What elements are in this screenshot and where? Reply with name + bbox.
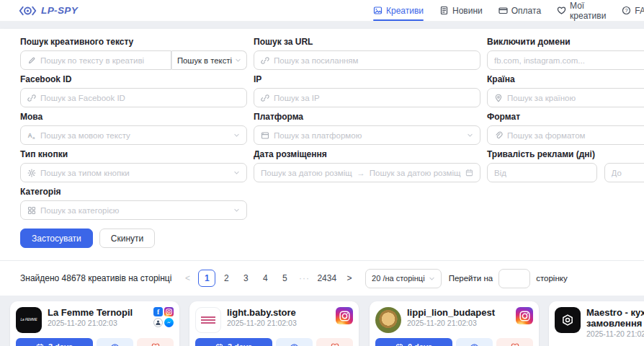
favorite-button[interactable] — [316, 338, 353, 346]
image-icon — [373, 6, 383, 15]
creative-card[interactable]: lippi_lion_budapest 2025-11-20 21:02:03 … — [370, 301, 539, 346]
ip-field[interactable] — [254, 88, 480, 107]
button-type-select[interactable]: Пошук за типом кнопки — [20, 163, 247, 182]
filter-label: Платформа — [254, 112, 480, 122]
view-button[interactable] — [97, 338, 133, 346]
avatar — [195, 307, 221, 333]
nav-tab-creatives[interactable]: Креативи — [373, 0, 424, 21]
country-input[interactable] — [507, 94, 644, 102]
translate-icon: A a — [27, 131, 36, 140]
page-button-2[interactable]: 2 — [218, 270, 235, 287]
exclude-domains-input[interactable] — [494, 56, 644, 65]
filter-country: Країна — [487, 75, 644, 107]
question-circle-icon: ? — [622, 6, 631, 15]
filter-format: Формат — [487, 112, 644, 145]
logo[interactable]: LP-SPY — [19, 5, 78, 17]
filter-exclude-domains: Виключити домени — [487, 37, 644, 70]
date-range-picker[interactable]: Пошук за датою розміщення → Пошук за дат… — [254, 163, 480, 182]
filter-placement-date: Дата розміщення Пошук за датою розміщенн… — [254, 150, 480, 182]
heart-icon — [151, 342, 160, 346]
svg-text:a: a — [32, 136, 35, 140]
format-input[interactable] — [507, 131, 644, 140]
chevron-down-icon — [467, 132, 473, 138]
filter-button-type: Тип кнопки Пошук за типом кнопки — [20, 150, 247, 182]
page-button-last[interactable]: 2434 — [315, 270, 339, 287]
card-title: light.baby.store — [227, 307, 330, 318]
page-button-1[interactable]: 1 — [198, 270, 215, 287]
view-button[interactable] — [276, 338, 313, 346]
news-icon — [439, 6, 449, 15]
nav-label: Оплата — [511, 6, 541, 16]
favorite-button[interactable] — [137, 338, 174, 346]
page-button-5[interactable]: 5 — [276, 270, 293, 287]
duration-to-field[interactable] — [604, 163, 644, 182]
date-end-placeholder: Пошук за датою розміщення — [370, 169, 461, 177]
facebook-icon: f — [153, 307, 163, 316]
apply-button[interactable]: Застосувати — [20, 229, 93, 248]
page-button-4[interactable]: 4 — [256, 270, 274, 287]
duration-badge[interactable]: 3 days — [16, 338, 93, 346]
page-button-3[interactable]: 3 — [237, 270, 254, 287]
link-icon — [261, 94, 269, 102]
results-area: La FEMME La Femme Ternopil 2025-11-20 21… — [0, 296, 644, 346]
avatar — [375, 307, 401, 333]
exclude-domains-field[interactable] — [487, 50, 644, 70]
duration-to-input[interactable] — [612, 169, 644, 177]
format-field[interactable] — [487, 125, 644, 145]
instagram-icon — [516, 307, 533, 324]
filter-duration: Тривалість реклами (дні) — [487, 150, 644, 182]
paperclip-icon — [494, 131, 503, 140]
prev-page-button[interactable]: < — [179, 270, 196, 287]
nav-tab-my-creatives[interactable]: Мої креативи — [557, 0, 606, 21]
url-field[interactable] — [254, 50, 480, 70]
facebook-id-input[interactable] — [40, 94, 240, 102]
goto-label: Перейти на — [449, 274, 493, 283]
filter-category: Категорія Пошук за категорією — [20, 187, 247, 220]
filters-grid: Пошук креативного тексту Пошук в тексті — [20, 37, 644, 220]
creative-text-field[interactable] — [20, 50, 171, 70]
view-button[interactable] — [456, 338, 493, 346]
page-size-select[interactable]: 20 /на сторінці — [365, 269, 442, 288]
card-title: La Femme Ternopil — [48, 307, 148, 318]
pagination-ellipsis[interactable]: ··· — [295, 270, 313, 287]
country-field[interactable] — [487, 88, 644, 107]
nav-tab-payment[interactable]: Оплата — [498, 0, 541, 21]
nav-label: Креативи — [386, 6, 424, 16]
creative-card[interactable]: La FEMME La Femme Ternopil 2025-11-20 21… — [10, 301, 179, 346]
language-select[interactable]: A a Пошук за мовою тексту — [20, 125, 247, 145]
creative-card[interactable]: light.baby.store 2025-11-20 21:02:03 3 d… — [189, 301, 359, 346]
filter-actions: Застосувати Скинути — [20, 229, 644, 248]
next-page-button[interactable]: > — [341, 270, 358, 287]
chevron-down-icon — [235, 57, 241, 63]
duration-from-field[interactable] — [487, 163, 597, 182]
nav-tab-news[interactable]: Новини — [439, 0, 483, 21]
creative-card[interactable]: Maestro - кухні, ме замовлення в Ужго 20… — [549, 301, 644, 346]
pagination: < 1 2 3 4 5 ··· 2434 > — [179, 270, 358, 287]
facebook-id-field[interactable] — [20, 88, 247, 107]
platform-placeholder: Пошук за платформою — [274, 131, 462, 140]
duration-badge[interactable]: 0 days — [375, 338, 452, 346]
platform-select[interactable]: Пошук за платформою — [254, 125, 480, 145]
creative-text-input[interactable] — [40, 56, 164, 65]
calendar-icon — [465, 169, 473, 177]
search-mode-select[interactable]: Пошук в тексті — [171, 50, 247, 70]
filters-panel: Пошук креативного тексту Пошук в тексті — [0, 29, 644, 261]
messenger-icon — [164, 318, 174, 327]
category-select[interactable]: Пошук за категорією — [20, 200, 247, 220]
card-title-line1: Maestro - кухні, ме — [586, 307, 644, 318]
card-date: 2025-11-20 21:02:03 — [407, 318, 510, 328]
card-date: 2025-11-20 21:02:03 — [48, 318, 148, 328]
goto-suffix: сторінку — [536, 274, 568, 283]
eye-icon — [470, 342, 479, 346]
ip-input[interactable] — [274, 94, 473, 102]
app-window-icon — [261, 131, 269, 140]
url-input[interactable] — [274, 56, 473, 65]
duration-badge[interactable]: 3 days — [195, 338, 272, 346]
favorite-button[interactable] — [496, 338, 533, 346]
grid-icon — [27, 206, 36, 215]
nav-tab-faq[interactable]: ? FAQ — [622, 0, 644, 21]
duration-from-input[interactable] — [494, 169, 590, 177]
goto-page-input[interactable] — [498, 269, 530, 288]
reset-button[interactable]: Скинути — [99, 229, 155, 248]
results-summary: Знайдено 48678 креативів на сторінці — [20, 273, 171, 283]
